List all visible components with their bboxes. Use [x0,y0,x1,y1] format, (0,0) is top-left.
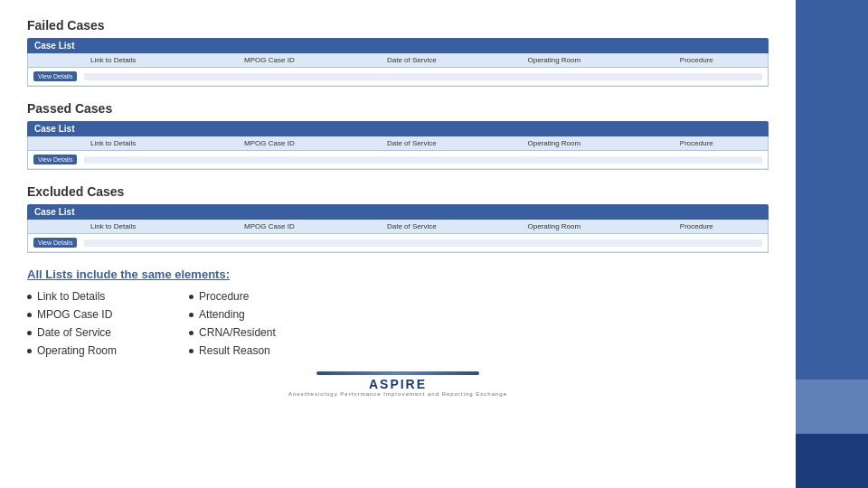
passed-col-proc: Procedure [626,138,768,148]
passed-row-spacer [84,156,762,164]
passed-cases-title: Passed Cases [27,101,769,116]
sidebar-top [796,0,868,380]
excluded-col-mpog: MPOG Case ID [198,221,340,231]
passed-col-mpog: MPOG Case ID [198,138,340,148]
excluded-case-list-header: Case List [27,204,769,220]
aspire-bar [316,371,479,375]
aspire-footer: ASPIRE Anesthesiology Performance Improv… [27,371,769,397]
passed-cases-section: Passed Cases Case List Link to Details M… [27,101,769,170]
failed-col-or: Operating Room [483,55,625,65]
bullet-dot [189,349,193,353]
bullet-dot [27,331,32,335]
list-item: CRNA/Resident [189,326,276,339]
bullet-dot [27,313,32,317]
all-lists-title: All Lists include the same elements: [27,267,769,281]
excluded-col-dos: Date of Service [341,221,483,231]
passed-col-link: Link to Details [28,138,198,148]
bullet-dot [27,295,32,299]
failed-case-list-header: Case List [27,38,769,53]
list-item: Result Reason [189,344,276,357]
failed-col-dos: Date of Service [341,55,483,65]
list-item: MPOG Case ID [27,308,117,321]
failed-col-mpog: MPOG Case ID [198,55,340,65]
sidebar-mid [796,380,868,434]
excluded-case-row: View Details [28,234,768,252]
list-item: Procedure [189,290,276,303]
passed-view-details-button[interactable]: View Details [33,155,77,164]
failed-cases-section: Failed Cases Case List Link to Details M… [27,18,769,87]
passed-case-list-header: Case List [27,121,769,136]
bullet-list-right: Procedure Attending CRNA/Resident Result… [189,290,276,362]
passed-col-dos: Date of Service [341,138,483,148]
bullet-dot [189,331,193,335]
passed-case-list-cols: Link to Details MPOG Case ID Date of Ser… [28,136,768,151]
list-item: Link to Details [27,290,117,303]
failed-case-list-table: Link to Details MPOG Case ID Date of Ser… [27,53,769,87]
bullet-dot [27,349,32,353]
bullet-dot [189,295,193,299]
bullet-lists: Link to Details MPOG Case ID Date of Ser… [27,290,769,362]
excluded-col-or: Operating Room [483,221,625,231]
list-item: Operating Room [27,344,117,357]
sidebar-bottom [796,434,868,488]
list-item: Date of Service [27,326,117,339]
failed-col-proc: Procedure [626,55,768,65]
passed-case-list-table: Link to Details MPOG Case ID Date of Ser… [27,136,769,170]
excluded-col-link: Link to Details [28,221,198,231]
failed-case-list-cols: Link to Details MPOG Case ID Date of Ser… [28,53,768,68]
excluded-row-spacer [84,239,762,247]
failed-col-link: Link to Details [28,55,198,65]
excluded-view-details-button[interactable]: View Details [33,238,77,248]
passed-case-row: View Details [28,151,768,169]
list-item: Attending [189,308,276,321]
failed-view-details-button[interactable]: View Details [33,71,77,81]
passed-col-or: Operating Room [483,138,625,148]
bullet-list-left: Link to Details MPOG Case ID Date of Ser… [27,290,117,362]
main-content: Failed Cases Case List Link to Details M… [0,0,796,488]
excluded-case-list-cols: Link to Details MPOG Case ID Date of Ser… [28,220,768,234]
excluded-cases-section: Excluded Cases Case List Link to Details… [27,184,769,253]
excluded-cases-title: Excluded Cases [27,184,769,199]
failed-case-row: View Details [28,68,768,86]
excluded-col-proc: Procedure [626,221,768,231]
aspire-brand: ASPIRE [27,377,769,391]
excluded-case-list-table: Link to Details MPOG Case ID Date of Ser… [27,220,769,253]
aspire-subtext: Anesthesiology Performance Improvement a… [27,391,769,397]
failed-cases-title: Failed Cases [27,18,769,33]
bullet-dot [189,313,193,317]
failed-row-spacer [84,73,762,80]
right-sidebar [796,0,868,488]
